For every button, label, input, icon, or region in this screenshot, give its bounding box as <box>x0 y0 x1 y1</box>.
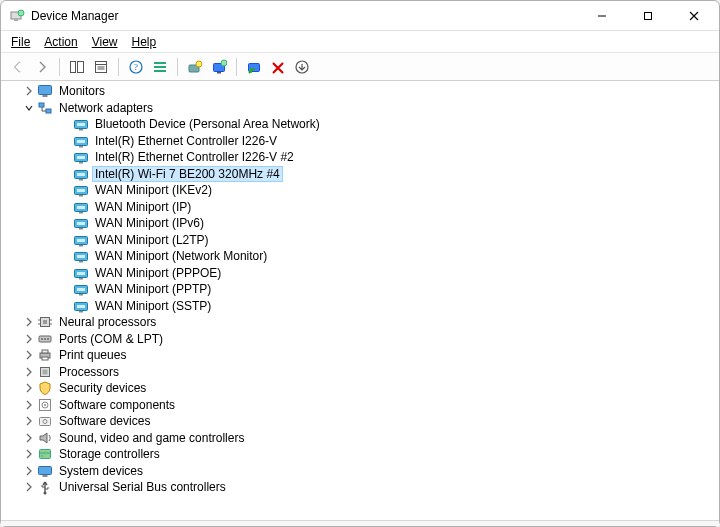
menu-view[interactable]: View <box>86 33 124 51</box>
tree-device-label: Intel(R) Ethernet Controller I226-V <box>93 134 279 148</box>
device-tree[interactable]: MonitorsNetwork adaptersBluetooth Device… <box>1 81 719 520</box>
minimize-button[interactable] <box>579 1 625 31</box>
netadapter-icon <box>73 248 89 264</box>
tree-category[interactable]: System devices <box>1 463 719 480</box>
chevron-down-icon[interactable] <box>23 102 35 114</box>
chevron-right-icon[interactable] <box>23 382 35 394</box>
printer-icon <box>37 347 53 363</box>
chevron-right-icon[interactable] <box>23 349 35 361</box>
chevron-right-icon[interactable] <box>23 85 35 97</box>
close-button[interactable] <box>671 1 717 31</box>
tree-device[interactable]: Intel(R) Ethernet Controller I226-V #2 <box>1 149 719 166</box>
toolbar-separator <box>236 58 237 76</box>
netadapter-icon <box>73 166 89 182</box>
network-icon <box>37 100 53 116</box>
window-root: Device Manager File Action View Help <box>0 0 720 527</box>
tree-category[interactable]: Monitors <box>1 83 719 100</box>
toolbar-tree-button[interactable] <box>66 56 88 78</box>
tree-category[interactable]: Print queues <box>1 347 719 364</box>
tree-category-label: Storage controllers <box>57 447 162 461</box>
menu-help[interactable]: Help <box>126 33 163 51</box>
tree-category[interactable]: Software devices <box>1 413 719 430</box>
netadapter-icon <box>73 149 89 165</box>
tree-device-label: WAN Miniport (PPPOE) <box>93 266 223 280</box>
netadapter-icon <box>73 232 89 248</box>
toolbar-update-driver-button[interactable] <box>184 56 206 78</box>
toolbar-uninstall-button[interactable] <box>267 56 289 78</box>
svg-rect-56 <box>645 12 652 19</box>
tree-category[interactable]: Sound, video and game controllers <box>1 430 719 447</box>
chevron-right-icon[interactable] <box>23 366 35 378</box>
toolbar-viewmenu-button[interactable] <box>149 56 171 78</box>
tree-device-label: WAN Miniport (IP) <box>93 200 193 214</box>
tree-device[interactable]: WAN Miniport (IP) <box>1 199 719 216</box>
tree-device[interactable]: WAN Miniport (PPTP) <box>1 281 719 298</box>
sound-icon <box>37 430 53 446</box>
toolbar-separator <box>59 58 60 76</box>
tree-category[interactable]: Processors <box>1 364 719 381</box>
netadapter-icon <box>73 265 89 281</box>
tree-category[interactable]: Universal Serial Bus controllers <box>1 479 719 496</box>
netadapter-icon <box>73 133 89 149</box>
swdev-icon <box>37 413 53 429</box>
tree-device[interactable]: Bluetooth Device (Personal Area Network) <box>1 116 719 133</box>
system-icon <box>37 463 53 479</box>
tree-device[interactable]: WAN Miniport (IPv6) <box>1 215 719 232</box>
tree-category-label: Print queues <box>57 348 128 362</box>
toolbar-help-button[interactable] <box>125 56 147 78</box>
cpu-icon <box>37 364 53 380</box>
tree-device-label: WAN Miniport (L2TP) <box>93 233 211 247</box>
tree-device-label: Intel(R) Wi-Fi 7 BE200 320MHz #4 <box>93 167 282 181</box>
tree-device[interactable]: WAN Miniport (SSTP) <box>1 298 719 315</box>
toolbar-enable-button[interactable] <box>243 56 265 78</box>
tree-category-label: Sound, video and game controllers <box>57 431 246 445</box>
tree-device[interactable]: WAN Miniport (Network Monitor) <box>1 248 719 265</box>
menu-action[interactable]: Action <box>38 33 83 51</box>
tree-device-label: WAN Miniport (Network Monitor) <box>93 249 269 263</box>
menu-file[interactable]: File <box>5 33 36 51</box>
tree-category-label: Neural processors <box>57 315 158 329</box>
tree-category-label: Universal Serial Bus controllers <box>57 480 228 494</box>
tree-category-label: Software components <box>57 398 177 412</box>
storage-icon <box>37 446 53 462</box>
tree-category[interactable]: Security devices <box>1 380 719 397</box>
chevron-right-icon[interactable] <box>23 333 35 345</box>
chevron-right-icon[interactable] <box>23 399 35 411</box>
chevron-right-icon[interactable] <box>23 481 35 493</box>
tree-category-label: Software devices <box>57 414 152 428</box>
statusbar <box>1 520 719 526</box>
port-icon <box>37 331 53 347</box>
toolbar-scan-button[interactable] <box>208 56 230 78</box>
usb-icon <box>37 479 53 495</box>
tree-device[interactable]: Intel(R) Wi-Fi 7 BE200 320MHz #4 <box>1 166 719 183</box>
toolbar-forward-button[interactable] <box>31 56 53 78</box>
chevron-right-icon[interactable] <box>23 465 35 477</box>
tree-category[interactable]: Storage controllers <box>1 446 719 463</box>
tree-device[interactable]: WAN Miniport (L2TP) <box>1 232 719 249</box>
maximize-button[interactable] <box>625 1 671 31</box>
chevron-right-icon[interactable] <box>23 415 35 427</box>
chevron-right-icon[interactable] <box>23 316 35 328</box>
tree-device[interactable]: WAN Miniport (PPPOE) <box>1 265 719 282</box>
tree-device-label: WAN Miniport (PPTP) <box>93 282 213 296</box>
tree-category[interactable]: Neural processors <box>1 314 719 331</box>
toolbar-add-legacy-button[interactable] <box>291 56 313 78</box>
tree-device[interactable]: WAN Miniport (IKEv2) <box>1 182 719 199</box>
swcomp-icon <box>37 397 53 413</box>
app-icon <box>9 8 25 24</box>
tree-category-label: Ports (COM & LPT) <box>57 332 165 346</box>
tree-category[interactable]: Software components <box>1 397 719 414</box>
tree-category-label: Monitors <box>57 84 107 98</box>
tree-device-label: WAN Miniport (IPv6) <box>93 216 206 230</box>
chevron-right-icon[interactable] <box>23 432 35 444</box>
monitor-icon <box>37 83 53 99</box>
toolbar-separator <box>177 58 178 76</box>
tree-category[interactable]: Ports (COM & LPT) <box>1 331 719 348</box>
tree-device-label: Intel(R) Ethernet Controller I226-V #2 <box>93 150 296 164</box>
netadapter-icon <box>73 199 89 215</box>
tree-category[interactable]: Network adapters <box>1 100 719 117</box>
toolbar-back-button[interactable] <box>7 56 29 78</box>
tree-device[interactable]: Intel(R) Ethernet Controller I226-V <box>1 133 719 150</box>
toolbar-properties-button[interactable] <box>90 56 112 78</box>
chevron-right-icon[interactable] <box>23 448 35 460</box>
